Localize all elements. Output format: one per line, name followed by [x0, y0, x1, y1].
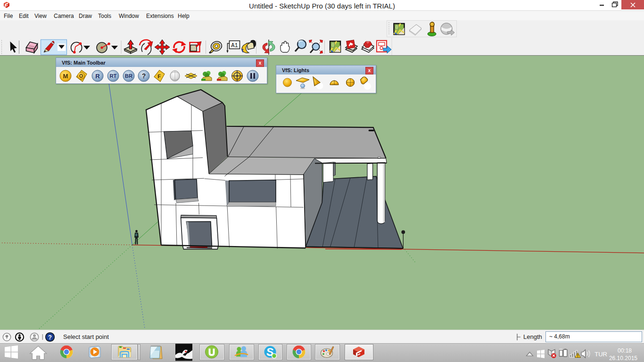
- svg-text:M: M: [63, 73, 68, 80]
- svg-text:A1: A1: [231, 42, 238, 49]
- svg-text:F: F: [157, 74, 161, 79]
- svg-text:R: R: [95, 73, 100, 80]
- svg-text:?: ?: [48, 334, 52, 341]
- svg-text:BR: BR: [125, 73, 132, 79]
- svg-text:?: ?: [142, 72, 146, 80]
- svg-text:RT: RT: [110, 73, 117, 79]
- svg-text:O: O: [79, 74, 83, 79]
